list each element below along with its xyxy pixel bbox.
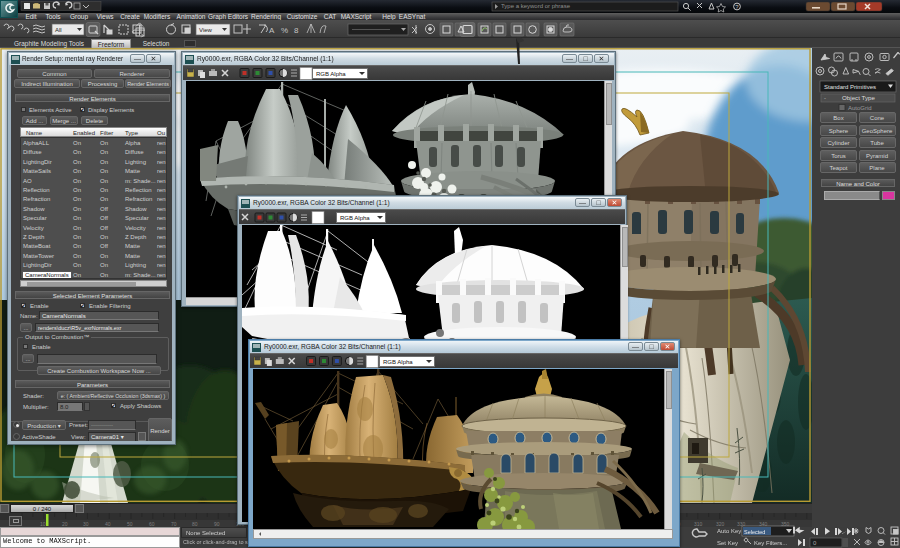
- svg-text:10: 10: [40, 521, 46, 527]
- svg-text:8: 8: [294, 26, 299, 35]
- svg-text:50: 50: [127, 521, 133, 527]
- svg-text:Type a keyword or phrase: Type a keyword or phrase: [501, 3, 571, 9]
- svg-text:All: All: [55, 27, 62, 33]
- svg-text:40: 40: [105, 521, 111, 527]
- svg-text:Standard Primitives: Standard Primitives: [824, 84, 876, 90]
- svg-text:Object Type: Object Type: [842, 94, 875, 101]
- svg-text:A: A: [269, 26, 275, 35]
- svg-text:70: 70: [171, 521, 177, 527]
- svg-text:AutoGrid: AutoGrid: [848, 105, 872, 111]
- svg-text:20: 20: [62, 521, 68, 527]
- svg-text:View: View: [199, 27, 213, 33]
- svg-text:%: %: [281, 26, 288, 35]
- svg-text:Auto Key: Auto Key: [717, 528, 741, 534]
- svg-text:90: 90: [214, 521, 220, 527]
- svg-text:60: 60: [149, 521, 155, 527]
- svg-text:Set Key: Set Key: [717, 540, 738, 546]
- svg-text:30: 30: [83, 521, 89, 527]
- svg-text:Selected: Selected: [744, 529, 765, 535]
- svg-text:-: -: [824, 95, 826, 101]
- svg-text:Key Filters...: Key Filters...: [754, 540, 788, 546]
- svg-text:80: 80: [192, 521, 198, 527]
